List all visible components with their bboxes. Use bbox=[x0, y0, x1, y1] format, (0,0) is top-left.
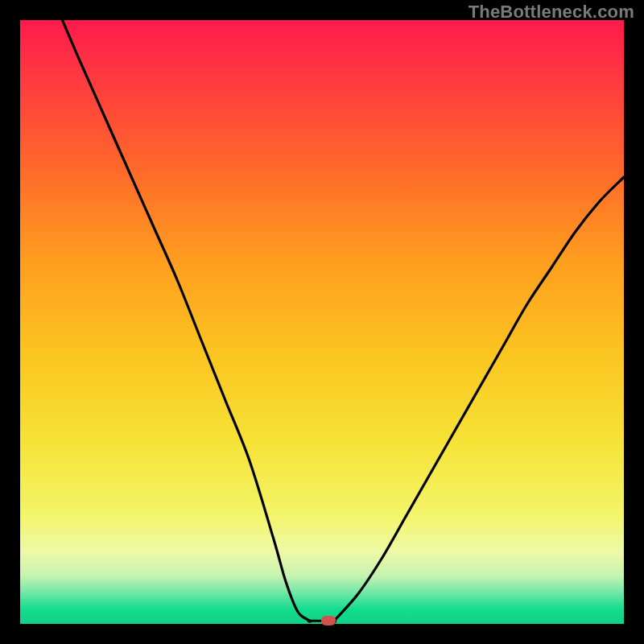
watermark-text: TheBottleneck.com bbox=[469, 2, 634, 23]
optimal-point-marker bbox=[321, 616, 336, 625]
chart-frame: TheBottleneck.com bbox=[0, 0, 644, 644]
plot-area bbox=[20, 20, 624, 624]
bottleneck-curve bbox=[20, 20, 624, 624]
